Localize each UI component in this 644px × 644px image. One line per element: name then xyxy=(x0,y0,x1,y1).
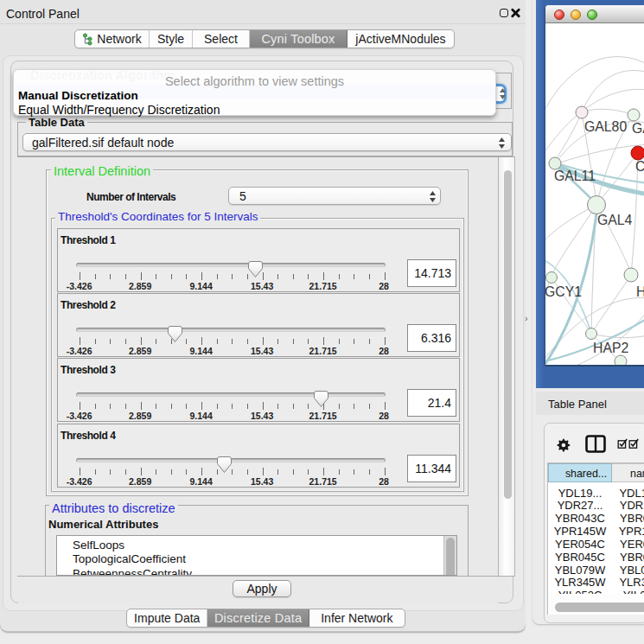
svg-text:H: H xyxy=(636,284,644,299)
svg-text:GA: GA xyxy=(632,121,644,136)
svg-text:HAP2: HAP2 xyxy=(593,341,628,355)
svg-text:GAL11: GAL11 xyxy=(554,169,596,183)
svg-text:GAL4: GAL4 xyxy=(597,213,633,227)
svg-text:GCY1: GCY1 xyxy=(545,284,582,299)
svg-text:GAL80: GAL80 xyxy=(584,119,627,134)
svg-text:C: C xyxy=(635,159,644,174)
